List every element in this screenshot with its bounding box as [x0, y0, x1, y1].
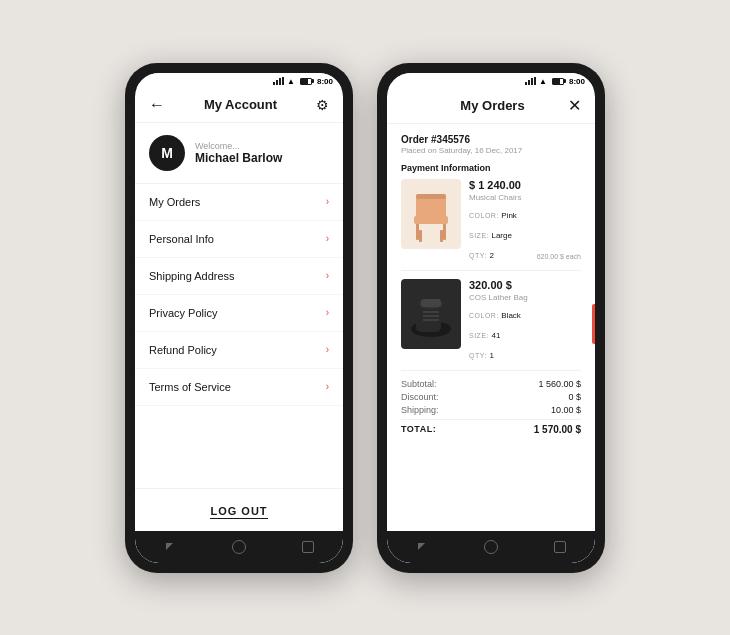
- discount-label: Discount:: [401, 392, 439, 402]
- signal-bar: [282, 77, 284, 85]
- back-button[interactable]: ←: [149, 96, 165, 114]
- order-number: Order #345576: [401, 134, 581, 145]
- logout-button[interactable]: LOG OUT: [210, 505, 267, 519]
- nav-recent-icon-2: [554, 541, 566, 553]
- nav-back-icon-2: [418, 543, 425, 550]
- item-color-1: COLOR: Pink: [469, 204, 581, 222]
- nav-recent-button[interactable]: [300, 539, 316, 555]
- total-value: 1 570.00 $: [534, 424, 581, 435]
- item-details-1: $ 1 240.00 Musical Chairs COLOR: Pink SI…: [469, 179, 581, 262]
- signal-bar: [525, 82, 527, 85]
- svg-rect-6: [416, 194, 446, 199]
- phone-account: ▲ 8:00 ← My Account ⚙ M Welcome... Micha…: [125, 63, 353, 573]
- item-color-value-1: Pink: [501, 211, 517, 220]
- menu-item-orders[interactable]: My Orders ›: [135, 184, 343, 221]
- battery-icon-1: [300, 78, 312, 85]
- shipping-label: Shipping:: [401, 405, 439, 415]
- discount-row: Discount: 0 $: [401, 392, 581, 402]
- nav-recent-button-2[interactable]: [552, 539, 568, 555]
- status-time-2: 8:00: [569, 77, 585, 86]
- item-size-1: SIZE: Large: [469, 224, 581, 242]
- item-price-1: $ 1 240.00: [469, 179, 581, 191]
- avatar: M: [149, 135, 185, 171]
- item-qty-2: QTY: 1: [469, 344, 581, 362]
- phone-orders-screen: ▲ 8:00 My Orders ✕ Order #345576 Placed …: [387, 73, 595, 563]
- subtotal-value: 1 560.00 $: [538, 379, 581, 389]
- item-price-2: 320.00 $: [469, 279, 581, 291]
- item-color-value-2: Black: [501, 311, 521, 320]
- battery-fill-1: [301, 79, 309, 84]
- user-name: Michael Barlow: [195, 151, 282, 165]
- orders-header: My Orders ✕: [387, 88, 595, 124]
- item-size-value-2: 41: [491, 331, 500, 340]
- signal-bar: [534, 77, 536, 85]
- item-image-chair: [401, 179, 461, 249]
- signal-bar: [528, 80, 530, 85]
- item-per-unit-1: 620.00 $ each: [537, 253, 581, 260]
- order-item-2: 320.00 $ COS Lather Bag COLOR: Black SIZ…: [401, 279, 581, 371]
- item-name-2: COS Lather Bag: [469, 293, 581, 302]
- item-name-1: Musical Chairs: [469, 193, 581, 202]
- menu-item-label: Shipping Address: [149, 270, 235, 282]
- phones-container: ▲ 8:00 ← My Account ⚙ M Welcome... Micha…: [125, 63, 605, 573]
- discount-value: 0 $: [568, 392, 581, 402]
- red-indicator: [592, 304, 595, 344]
- nav-back-button-2[interactable]: [414, 539, 430, 555]
- subtotal-label: Subtotal:: [401, 379, 437, 389]
- menu-item-privacy[interactable]: Privacy Policy ›: [135, 295, 343, 332]
- wifi-icon: ▲: [287, 77, 295, 86]
- status-time-1: 8:00: [317, 77, 333, 86]
- menu-item-personal[interactable]: Personal Info ›: [135, 221, 343, 258]
- settings-icon[interactable]: ⚙: [316, 97, 329, 113]
- orders-title: My Orders: [460, 98, 524, 113]
- item-color-label-1: COLOR:: [469, 212, 501, 219]
- signal-bar: [273, 82, 275, 85]
- signal-bar: [531, 78, 533, 85]
- item-qty-label-2: QTY:: [469, 352, 489, 359]
- order-item-1: $ 1 240.00 Musical Chairs COLOR: Pink SI…: [401, 179, 581, 271]
- menu-items: My Orders › Personal Info › Shipping Add…: [135, 184, 343, 488]
- wifi-icon-2: ▲: [539, 77, 547, 86]
- chevron-icon: ›: [326, 381, 329, 392]
- total-label: TOTAL:: [401, 424, 436, 435]
- menu-item-label: Terms of Service: [149, 381, 231, 393]
- phone-nav-2: [387, 531, 595, 563]
- close-button[interactable]: ✕: [568, 96, 581, 115]
- chair-svg: [406, 184, 456, 244]
- status-bar-1: ▲ 8:00: [135, 73, 343, 88]
- nav-home-button[interactable]: [231, 539, 247, 555]
- shipping-value: 10.00 $: [551, 405, 581, 415]
- menu-item-terms[interactable]: Terms of Service ›: [135, 369, 343, 406]
- battery-icon-2: [552, 78, 564, 85]
- item-size-2: SIZE: 41: [469, 324, 581, 342]
- svg-rect-10: [421, 299, 441, 307]
- status-icons-1: ▲ 8:00: [273, 77, 333, 86]
- item-size-value-1: Large: [491, 231, 511, 240]
- item-qty-value-1: 2: [489, 251, 493, 260]
- subtotal-row: Subtotal: 1 560.00 $: [401, 379, 581, 389]
- item-color-2: COLOR: Black: [469, 304, 581, 322]
- nav-home-button-2[interactable]: [483, 539, 499, 555]
- menu-item-label: Privacy Policy: [149, 307, 217, 319]
- item-qty-label-1: QTY:: [469, 252, 489, 259]
- payment-info-title: Payment Information: [401, 163, 581, 173]
- svg-rect-0: [416, 222, 419, 240]
- nav-back-button[interactable]: [162, 539, 178, 555]
- app-header-account: ← My Account ⚙: [135, 88, 343, 123]
- item-qty-value-2: 1: [489, 351, 493, 360]
- phone-nav-1: [135, 531, 343, 563]
- menu-item-label: Refund Policy: [149, 344, 217, 356]
- battery-fill-2: [553, 79, 561, 84]
- menu-item-shipping[interactable]: Shipping Address ›: [135, 258, 343, 295]
- account-title: My Account: [204, 97, 277, 112]
- menu-item-refund[interactable]: Refund Policy ›: [135, 332, 343, 369]
- orders-content: Order #345576 Placed on Saturday, 16 Dec…: [387, 124, 595, 531]
- svg-rect-2: [419, 230, 422, 242]
- order-summary: Subtotal: 1 560.00 $ Discount: 0 $ Shipp…: [401, 379, 581, 435]
- signal-bars-2: [525, 77, 536, 85]
- bag-svg: [406, 284, 456, 344]
- phone-account-screen: ▲ 8:00 ← My Account ⚙ M Welcome... Micha…: [135, 73, 343, 563]
- chevron-icon: ›: [326, 344, 329, 355]
- signal-bar: [276, 80, 278, 85]
- svg-rect-3: [440, 230, 443, 242]
